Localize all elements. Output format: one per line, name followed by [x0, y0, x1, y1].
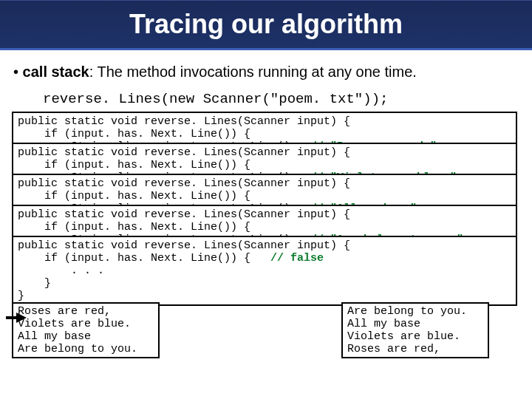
stack-frame-5: public static void reverse. Lines(Scanne…: [12, 236, 517, 306]
arrow-icon: [16, 313, 27, 323]
content-area: • call stack: The method invocations run…: [0, 50, 532, 374]
bullet-marker: •: [13, 64, 18, 80]
slide-title: Tracing our algorithm: [129, 9, 403, 40]
term-definition: : The method invocations running at any …: [89, 64, 417, 80]
io-row: Roses are red, Violets are blue. All my …: [12, 302, 517, 358]
invocation-code: reverse. Lines(new Scanner("poem. txt"))…: [43, 91, 519, 107]
call-stack-diagram: public static void reverse. Lines(Scanne…: [12, 112, 517, 374]
term-call-stack: call stack: [23, 64, 89, 80]
input-poem-box: Roses are red, Violets are blue. All my …: [12, 302, 160, 358]
output-reversed-box: Are belong to you. All my base Violets a…: [341, 302, 489, 358]
bullet-definition: • call stack: The method invocations run…: [13, 64, 519, 81]
title-bar: Tracing our algorithm: [0, 0, 532, 50]
